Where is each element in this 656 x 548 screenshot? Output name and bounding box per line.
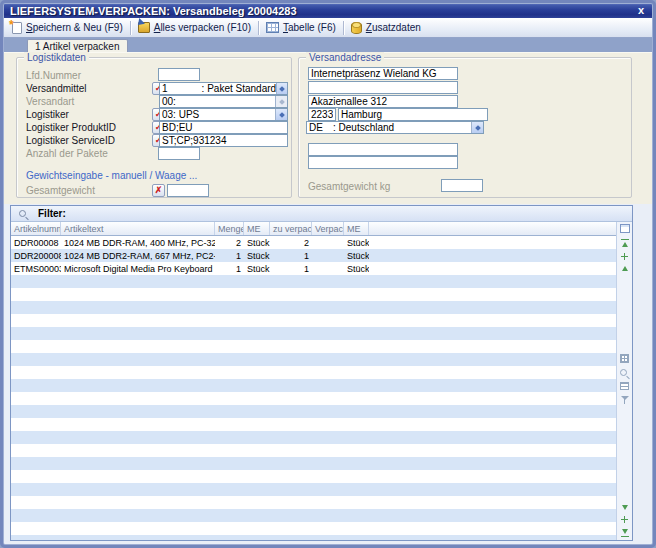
gesamtgewicht-kg-field[interactable] xyxy=(441,179,483,192)
go-last-row-icon[interactable] xyxy=(621,528,629,535)
serviceid-label: Logistiker ServiceID xyxy=(26,135,115,146)
grid-layout-icon[interactable] xyxy=(620,382,629,390)
cell xyxy=(270,483,312,496)
table-row-empty[interactable] xyxy=(11,509,616,522)
gesamtgewicht-x-button[interactable]: ✗ xyxy=(152,184,165,197)
cell xyxy=(61,353,215,366)
go-first-row-icon[interactable] xyxy=(621,241,629,248)
table-row-empty[interactable] xyxy=(11,366,616,379)
address-extra2-field[interactable] xyxy=(308,156,458,169)
cell xyxy=(11,535,61,540)
grid-search-icon[interactable] xyxy=(620,369,627,376)
table-row-empty[interactable] xyxy=(11,418,616,431)
dropdown-button-disabled-icon xyxy=(275,96,287,107)
cell xyxy=(312,236,344,249)
search-icon[interactable] xyxy=(19,210,26,217)
cell xyxy=(244,522,270,535)
page-down-icon[interactable] xyxy=(621,516,628,523)
toolbar-separator xyxy=(130,21,131,35)
cell xyxy=(11,483,61,496)
cell-filler xyxy=(369,405,616,418)
column-chooser-icon[interactable] xyxy=(620,224,630,233)
table-row-empty[interactable] xyxy=(11,483,616,496)
table-row-empty[interactable] xyxy=(11,301,616,314)
cell xyxy=(244,535,270,540)
gesamtgewicht-field[interactable] xyxy=(167,184,209,197)
column-header-artikeltext[interactable]: Artikeltext xyxy=(61,222,215,235)
table-row-empty[interactable] xyxy=(11,522,616,535)
cell-filler xyxy=(369,275,616,288)
address-extra1-field[interactable] xyxy=(308,143,458,156)
column-header-zu-verpacken[interactable]: zu verpacke xyxy=(270,222,312,235)
cell xyxy=(312,483,344,496)
cell xyxy=(312,392,344,405)
tab-artikel-verpacken[interactable]: 1 Artikel verpacken xyxy=(27,39,128,52)
cell: Stück xyxy=(344,249,369,262)
cell xyxy=(270,405,312,418)
cell-filler xyxy=(369,314,616,327)
table-button[interactable]: Tabelle (F6) xyxy=(262,21,340,34)
cell xyxy=(344,366,369,379)
table-row-empty[interactable] xyxy=(11,470,616,483)
cell: ETMS00003 xyxy=(11,262,61,275)
versandmittel-label: Versandmittel xyxy=(26,83,87,94)
dropdown-button-icon[interactable] xyxy=(275,109,287,120)
row-down-icon[interactable] xyxy=(621,504,629,511)
table-row-empty[interactable] xyxy=(11,275,616,288)
cell xyxy=(312,496,344,509)
table-row-empty[interactable] xyxy=(11,457,616,470)
grid-view-icon[interactable] xyxy=(620,354,629,363)
column-header-menge[interactable]: Menge xyxy=(215,222,244,235)
table-row-empty[interactable] xyxy=(11,405,616,418)
table-row-empty[interactable] xyxy=(11,431,616,444)
table-row-empty[interactable] xyxy=(11,314,616,327)
column-header-me[interactable]: ME xyxy=(244,222,270,235)
lfd-nummer-field[interactable] xyxy=(158,68,200,81)
table-row-empty[interactable] xyxy=(11,444,616,457)
cell xyxy=(215,431,244,444)
table-row-empty[interactable] xyxy=(11,535,616,540)
filter-bar[interactable]: Filter: xyxy=(11,206,632,222)
row-up-icon[interactable] xyxy=(621,265,629,272)
save-and-new-button[interactable]: Speichern & Neu (F9) xyxy=(8,21,127,35)
cell-filler xyxy=(369,457,616,470)
address-name2-field[interactable] xyxy=(308,81,458,94)
dropdown-button-icon[interactable] xyxy=(276,83,287,94)
table-row-empty[interactable] xyxy=(11,327,616,340)
column-header-verpackt[interactable]: Verpackt xyxy=(312,222,344,235)
cell xyxy=(11,418,61,431)
cell-filler xyxy=(369,535,616,540)
table-row-empty[interactable] xyxy=(11,340,616,353)
cell-filler xyxy=(369,236,616,249)
cell xyxy=(344,353,369,366)
table-row-empty[interactable] xyxy=(11,379,616,392)
table-row-empty[interactable] xyxy=(11,392,616,405)
address-city-field[interactable] xyxy=(338,108,488,121)
cell-filler xyxy=(369,496,616,509)
table-row[interactable]: ETMS00003Microsoft Digital Media Pro Key… xyxy=(11,262,616,275)
serviceid-field[interactable] xyxy=(159,134,288,147)
page-up-icon[interactable] xyxy=(621,253,628,260)
close-button[interactable]: x xyxy=(636,5,646,16)
grid-filter-icon[interactable] xyxy=(621,396,629,400)
cell xyxy=(270,522,312,535)
table-row-empty[interactable] xyxy=(11,496,616,509)
address-zip-field[interactable] xyxy=(308,108,336,121)
pack-all-button[interactable]: Alles verpacken (F10) xyxy=(134,21,255,34)
table-row-empty[interactable] xyxy=(11,353,616,366)
dropdown-button-icon[interactable] xyxy=(471,122,483,133)
column-header-artikelnummer[interactable]: Artikelnummer xyxy=(11,222,61,235)
logistiker-combobox[interactable]: 03: UPS xyxy=(159,108,288,121)
produktid-field[interactable] xyxy=(159,121,288,134)
address-street-field[interactable] xyxy=(308,95,458,108)
table-row[interactable]: DDR2000081024 MB DDR2-RAM, 667 MHz, PC2-… xyxy=(11,249,616,262)
table-row-empty[interactable] xyxy=(11,288,616,301)
versandmittel-combobox[interactable]: 1 : Paket Standard xyxy=(159,82,288,95)
cell xyxy=(215,327,244,340)
column-header-me2[interactable]: ME xyxy=(344,222,369,235)
anzahl-pakete-field[interactable] xyxy=(158,147,200,160)
table-row[interactable]: DDR000081024 MB DDR-RAM, 400 MHz, PC-320… xyxy=(11,236,616,249)
address-name1-field[interactable] xyxy=(308,67,458,80)
country-combobox[interactable]: DE : Deutschland xyxy=(306,121,484,134)
additional-data-button[interactable]: Zusatzdaten xyxy=(347,21,425,35)
